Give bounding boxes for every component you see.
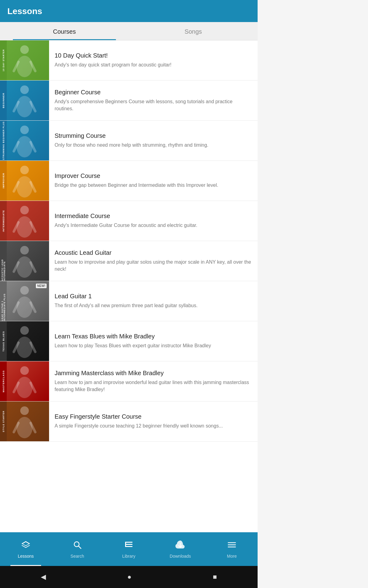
course-desc-10day: Andy's ten day quick start program for a…: [55, 62, 253, 68]
svg-point-24: [20, 286, 29, 295]
svg-point-21: [17, 256, 33, 278]
nav-label-library: Library: [122, 554, 136, 559]
course-list: 10 DAY STARTER10 Day Quick Start!Andy's …: [0, 40, 258, 532]
downloads-icon: [175, 540, 185, 552]
svg-rect-43: [125, 544, 132, 545]
tab-songs[interactable]: Songs: [129, 22, 258, 40]
course-item-strumming[interactable]: STRUMMING BEGINNER PLUSStrumming CourseO…: [0, 121, 258, 161]
course-title-fingerstyle: Easy Fingerstyle Starter Course: [55, 413, 253, 420]
course-title-improver: Improver Course: [55, 172, 253, 179]
bottom-navigation: LessonsSearchLibraryDownloadsMore: [0, 532, 258, 566]
course-badge-improver: IMPROVER: [0, 161, 7, 201]
course-item-jamming[interactable]: MASTERCLASSJamming Masterclass with Mike…: [0, 361, 258, 401]
course-badge-fingerstyle: STYLE STARTER: [0, 401, 7, 441]
svg-point-29: [17, 337, 33, 358]
tab-courses[interactable]: Courses: [0, 22, 129, 40]
course-desc-improver: Bridge the gap between Beginner and Inte…: [55, 182, 253, 189]
course-item-beginner[interactable]: BEGINNERBeginner CourseAndy's comprehens…: [0, 81, 258, 121]
course-desc-blues: Learn how to play Texas Blues with exper…: [55, 342, 253, 349]
course-badge-jamming: MASTERCLASS: [0, 361, 7, 401]
course-title-blues: Learn Texas Blues with Mike Bradley: [55, 333, 253, 340]
android-nav-bar: ◀ ● ■: [0, 566, 258, 588]
nav-item-library[interactable]: Library: [103, 532, 155, 566]
course-title-10day: 10 Day Quick Start!: [55, 52, 253, 59]
svg-point-9: [17, 136, 33, 157]
svg-point-0: [20, 45, 29, 54]
nav-label-more: More: [227, 554, 237, 559]
course-item-10day[interactable]: 10 DAY STARTER10 Day Quick Start!Andy's …: [0, 40, 258, 81]
svg-rect-44: [125, 546, 132, 547]
svg-point-28: [20, 326, 29, 335]
course-item-intermediate[interactable]: INTERMEDIATEIntermediate CourseAndy's In…: [0, 201, 258, 241]
course-item-improver[interactable]: IMPROVERImprover CourseBridge the gap be…: [0, 161, 258, 201]
course-item-lead[interactable]: NEW!LEAD GUITAR 1 INTERMEDIATE PLUSLead …: [0, 281, 258, 321]
header: Lessons: [0, 0, 258, 22]
svg-point-17: [17, 216, 33, 238]
course-badge-10day: 10 DAY STARTER: [0, 40, 7, 80]
course-desc-jamming: Learn how to jam and improvise wonderful…: [55, 379, 253, 393]
nav-label-downloads: Downloads: [170, 554, 191, 559]
nav-item-search[interactable]: Search: [52, 532, 103, 566]
course-desc-intermediate: Andy's Intermediate Guitar Course for ac…: [55, 222, 253, 229]
course-badge-strumming: STRUMMING BEGINNER PLUS: [0, 121, 7, 160]
home-button[interactable]: ●: [127, 573, 131, 581]
recent-button[interactable]: ■: [213, 573, 217, 581]
back-button[interactable]: ◀: [41, 573, 46, 581]
lessons-icon: [21, 540, 31, 552]
course-badge-intermediate: INTERMEDIATE: [0, 201, 7, 241]
svg-point-37: [17, 417, 33, 438]
nav-label-search: Search: [71, 554, 84, 559]
course-badge-beginner: BEGINNER: [0, 81, 7, 120]
course-item-blues[interactable]: TEXAS BLUESLearn Texas Blues with Mike B…: [0, 321, 258, 361]
svg-rect-42: [125, 542, 132, 543]
nav-item-lessons[interactable]: Lessons: [0, 532, 52, 566]
svg-line-41: [79, 546, 81, 548]
course-desc-strumming: Only for those who need more help with s…: [55, 142, 253, 149]
svg-point-36: [20, 406, 29, 415]
svg-point-13: [17, 176, 33, 198]
svg-point-5: [17, 96, 33, 117]
course-desc-lead: The first of Andy's all new premium thre…: [55, 302, 253, 309]
svg-point-20: [20, 246, 29, 254]
course-badge-lead: LEAD GUITAR 1 INTERMEDIATE PLUS: [0, 281, 7, 321]
nav-item-more[interactable]: More: [206, 532, 258, 566]
svg-point-1: [17, 56, 33, 77]
search-icon: [72, 540, 82, 552]
more-icon: [227, 540, 237, 552]
course-title-beginner: Beginner Course: [55, 89, 253, 96]
svg-point-4: [20, 85, 29, 94]
course-title-intermediate: Intermediate Course: [55, 213, 253, 220]
tab-bar: Courses Songs: [0, 22, 258, 40]
course-item-acoustic[interactable]: ACOUSTIC LEAD INTERMEDIATEAcoustic Lead …: [0, 241, 258, 281]
svg-point-12: [20, 166, 29, 174]
svg-point-33: [17, 377, 33, 398]
svg-point-32: [20, 366, 29, 375]
nav-label-lessons: Lessons: [18, 554, 34, 559]
svg-point-8: [20, 126, 29, 134]
nav-item-downloads[interactable]: Downloads: [155, 532, 206, 566]
svg-point-16: [20, 206, 29, 214]
svg-point-25: [17, 296, 33, 318]
svg-rect-45: [125, 542, 126, 547]
course-title-lead: Lead Guitar 1: [55, 293, 253, 300]
course-title-strumming: Strumming Course: [55, 132, 253, 139]
course-title-jamming: Jamming Masterclass with Mike Bradley: [55, 370, 253, 377]
course-badge-acoustic: ACOUSTIC LEAD INTERMEDIATE: [0, 241, 7, 281]
new-badge: NEW!: [36, 284, 47, 288]
library-icon: [124, 540, 134, 552]
course-desc-fingerstyle: A simple Fingerstyle course teaching 12 …: [55, 423, 253, 429]
course-desc-beginner: Andy's comprehensive Beginners Course wi…: [55, 98, 253, 112]
course-desc-acoustic: Learn how to improvise and play guitar s…: [55, 259, 253, 273]
page-title: Lessons: [7, 6, 42, 16]
course-item-fingerstyle[interactable]: STYLE STARTEREasy Fingerstyle Starter Co…: [0, 401, 258, 442]
course-title-acoustic: Acoustic Lead Guitar: [55, 249, 253, 256]
course-badge-blues: TEXAS BLUES: [0, 321, 7, 361]
